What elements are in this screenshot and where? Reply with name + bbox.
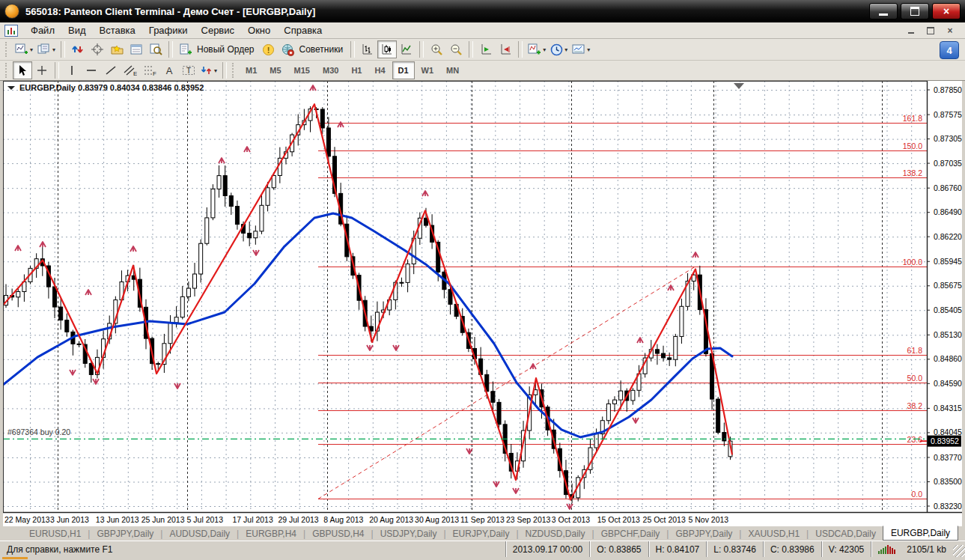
- fibonacci-level-label: 161.8: [903, 114, 922, 123]
- zoom-in-button[interactable]: [427, 40, 446, 58]
- bull-candle: [180, 296, 184, 317]
- new-order-label[interactable]: Новый Ордер: [197, 44, 254, 55]
- new-order-icon: [179, 43, 192, 55]
- chart-tab-XAUUSD,H1[interactable]: XAUUSD,H1: [741, 527, 806, 541]
- trendline-icon: [105, 64, 117, 76]
- mdi-close-button[interactable]: ×: [944, 25, 956, 36]
- chart-tab-EURUSD,H1[interactable]: EURUSD,H1: [22, 527, 88, 541]
- vertical-line-tool-button[interactable]: [62, 61, 82, 79]
- timeframe-M1-button[interactable]: M1: [240, 61, 263, 79]
- label-tool-button[interactable]: T: [179, 61, 198, 79]
- date-tick-label: 13 Jun 2013: [96, 515, 139, 524]
- timeframe-MN-button[interactable]: MN: [440, 61, 465, 79]
- timeframe-D1-button[interactable]: D1: [392, 61, 415, 79]
- indicators-button[interactable]: ▾: [526, 40, 548, 58]
- close-button[interactable]: ×: [932, 3, 961, 19]
- new-chart-button[interactable]: ▾: [13, 40, 35, 58]
- text-label-icon: T: [182, 64, 195, 76]
- maximize-button[interactable]: [901, 3, 929, 19]
- date-tick-label: 11 Sep 2013: [460, 515, 505, 524]
- bear-candle: [668, 358, 672, 359]
- advisors-button[interactable]: [278, 40, 298, 58]
- dropdown-arrow-icon: ▾: [214, 67, 217, 74]
- chart-tab-USDCAD,Daily[interactable]: USDCAD,Daily: [809, 527, 883, 541]
- mdi-restore-button[interactable]: [925, 25, 937, 36]
- templates-button[interactable]: ▾: [570, 40, 592, 58]
- market-watch-button[interactable]: [68, 40, 88, 58]
- equidistant-channel-icon: E: [124, 64, 137, 76]
- svg-text:F: F: [153, 70, 156, 76]
- navigator-button[interactable]: [107, 40, 127, 58]
- chart-tab-USDJPY,Daily[interactable]: USDJPY,Daily: [374, 527, 444, 541]
- notification-badge[interactable]: 4: [940, 41, 959, 59]
- menu-item-Вставка[interactable]: Вставка: [93, 22, 142, 38]
- chart-tab-GBPJPY,Daily[interactable]: GBPJPY,Daily: [90, 527, 160, 541]
- price-tick-label: 0.83230: [934, 502, 962, 511]
- toolbar-separator: [419, 41, 424, 58]
- terminal-button[interactable]: [127, 40, 146, 58]
- toolbar-grip[interactable]: [5, 63, 10, 78]
- chart-tab-GBPUSD,H4[interactable]: GBPUSD,H4: [305, 527, 371, 541]
- periods-button[interactable]: ▾: [548, 40, 570, 58]
- timeframe-buttons: M1M5M15M30H1H4D1W1MN: [240, 61, 465, 79]
- candlestick-chart-icon: [381, 43, 393, 55]
- chart-tab-USDCHF,H1[interactable]: USDCHF,H1: [958, 527, 965, 541]
- toolbar-grip[interactable]: [232, 63, 237, 78]
- data-window-button[interactable]: [88, 40, 107, 58]
- channel-tool-button[interactable]: E: [121, 61, 140, 79]
- resize-grip[interactable]: [953, 545, 965, 557]
- text-tool-button[interactable]: A: [159, 61, 179, 79]
- menu-item-Сервис[interactable]: Сервис: [195, 22, 242, 38]
- menu-bar: ФайлВидВставкаГрафикиСервисОкноСправка ×: [0, 22, 965, 39]
- chart-candles-button[interactable]: [377, 40, 397, 58]
- arrows-tool-button[interactable]: ▾: [198, 61, 219, 79]
- chart-bars-button[interactable]: [358, 40, 377, 58]
- bear-candle: [320, 109, 324, 128]
- chart-tab-EURGBP,Daily-active[interactable]: EURGBP,Daily: [883, 526, 958, 541]
- chart-tab-AUDUSD,Daily[interactable]: AUDUSD,Daily: [162, 527, 237, 541]
- chart-shift-button[interactable]: [496, 40, 515, 58]
- cursor-tool-button[interactable]: [13, 61, 32, 79]
- fibonacci-tool-button[interactable]: F: [140, 61, 159, 79]
- trendline-tool-button[interactable]: [101, 61, 121, 79]
- chart-tab-GBPCHF,Daily[interactable]: GBPCHF,Daily: [594, 527, 667, 541]
- timeframe-M30-button[interactable]: M30: [317, 61, 344, 79]
- chart-tab-EURGBP,H4[interactable]: EURGBP,H4: [239, 527, 303, 541]
- close-icon: ×: [943, 6, 949, 16]
- chart-tab-NZDUSD,Daily[interactable]: NZDUSD,Daily: [519, 527, 592, 541]
- menu-item-Справка[interactable]: Справка: [277, 22, 329, 38]
- chart-window: 161.8150.0138.2100.061.850.038.223.60.0#…: [3, 81, 962, 526]
- zoom-out-button[interactable]: [446, 40, 466, 58]
- crosshair-tool-button[interactable]: [32, 61, 52, 79]
- menu-items: ФайлВидВставкаГрафикиСервисОкноСправка: [24, 22, 329, 38]
- toolbar-grip[interactable]: [5, 42, 10, 57]
- tester-button[interactable]: [146, 40, 165, 58]
- horizontal-line-tool-button[interactable]: [82, 61, 101, 79]
- chart-line-button[interactable]: [397, 40, 416, 58]
- auto-scroll-button[interactable]: [476, 40, 496, 58]
- dropdown-arrow-icon: ▾: [30, 46, 33, 53]
- timeframe-W1-button[interactable]: W1: [415, 61, 440, 79]
- menu-item-Файл[interactable]: Файл: [24, 22, 61, 38]
- advisors-label[interactable]: Советники: [299, 44, 344, 55]
- timeframe-H4-button[interactable]: H4: [368, 61, 391, 79]
- maximize-icon: [910, 7, 919, 16]
- timeframe-M5-button[interactable]: M5: [264, 61, 287, 79]
- minimize-button[interactable]: [869, 3, 898, 19]
- price-tick-label: 0.86220: [934, 232, 962, 241]
- timeframe-M15-button[interactable]: M15: [288, 61, 316, 79]
- timeframe-H1-button[interactable]: H1: [345, 61, 368, 79]
- mdi-minimize-button[interactable]: [905, 25, 917, 36]
- menu-item-Окно[interactable]: Окно: [241, 22, 277, 38]
- menu-item-Вид[interactable]: Вид: [61, 22, 93, 38]
- alert-button[interactable]: !: [259, 40, 278, 58]
- chart-tab-EURJPY,Daily[interactable]: EURJPY,Daily: [446, 527, 517, 541]
- new-order-button[interactable]: [176, 40, 195, 58]
- menu-item-Графики[interactable]: Графики: [142, 22, 195, 38]
- bear-candle: [77, 344, 81, 344]
- current-price-label: 0.83952: [931, 436, 959, 445]
- profiles-button[interactable]: ▾: [35, 40, 58, 58]
- text-tool-icon: A: [166, 65, 173, 76]
- chart-tab-GBPJPY,Daily[interactable]: GBPJPY,Daily: [669, 527, 739, 541]
- price-chart[interactable]: 161.8150.0138.2100.061.850.038.223.60.0#…: [3, 81, 962, 526]
